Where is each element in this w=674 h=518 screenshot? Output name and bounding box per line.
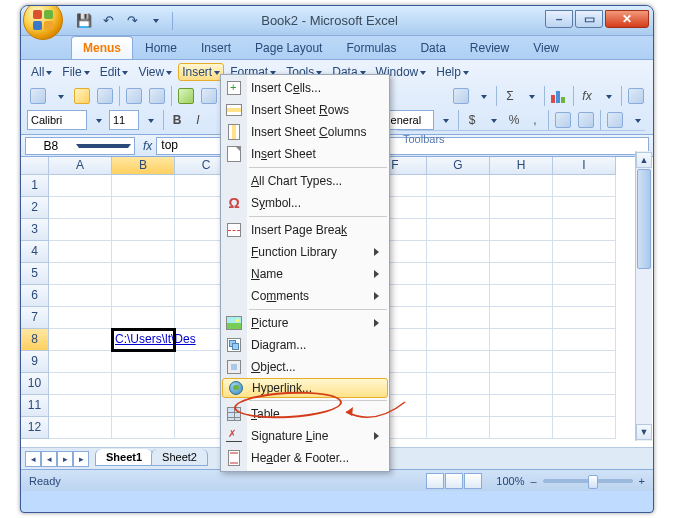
menu-insert-sheet[interactable]: Insert Sheet bbox=[221, 143, 389, 165]
research-icon[interactable] bbox=[198, 85, 220, 107]
cell[interactable] bbox=[112, 417, 175, 439]
open-icon[interactable] bbox=[71, 85, 93, 107]
cell[interactable] bbox=[112, 241, 175, 263]
sort-dropdown-icon[interactable] bbox=[473, 85, 493, 107]
row-header[interactable]: 5 bbox=[21, 263, 49, 285]
cell[interactable] bbox=[427, 241, 490, 263]
cell[interactable] bbox=[490, 219, 553, 241]
menu-all[interactable]: All bbox=[27, 63, 56, 81]
row-header[interactable]: 2 bbox=[21, 197, 49, 219]
menu-picture[interactable]: Picture bbox=[221, 312, 389, 334]
cell[interactable] bbox=[112, 219, 175, 241]
sheet-nav-prev-icon[interactable]: ◂ bbox=[41, 451, 57, 467]
menu-object[interactable]: Object... bbox=[221, 356, 389, 378]
cell[interactable] bbox=[427, 285, 490, 307]
menu-header-footer[interactable]: Header & Footer... bbox=[221, 447, 389, 469]
cell[interactable] bbox=[112, 263, 175, 285]
row-header[interactable]: 6 bbox=[21, 285, 49, 307]
cell[interactable] bbox=[490, 263, 553, 285]
cell[interactable] bbox=[49, 263, 112, 285]
row-header[interactable]: 12 bbox=[21, 417, 49, 439]
cell[interactable] bbox=[553, 219, 616, 241]
tab-review[interactable]: Review bbox=[458, 36, 521, 59]
menu-file[interactable]: File bbox=[58, 63, 93, 81]
row-header[interactable]: 11 bbox=[21, 395, 49, 417]
font-size-input[interactable] bbox=[109, 110, 139, 130]
col-header-h[interactable]: H bbox=[490, 157, 553, 175]
cell[interactable] bbox=[553, 329, 616, 351]
select-all-corner[interactable] bbox=[21, 157, 49, 175]
row-header[interactable]: 10 bbox=[21, 373, 49, 395]
cell[interactable] bbox=[49, 329, 112, 351]
scroll-down-icon[interactable]: ▼ bbox=[636, 424, 652, 440]
fx-button[interactable]: fx bbox=[139, 139, 156, 153]
size-dropdown-icon[interactable] bbox=[140, 109, 160, 131]
page-layout-view-icon[interactable] bbox=[445, 473, 463, 489]
col-header-a[interactable]: A bbox=[49, 157, 112, 175]
cell[interactable] bbox=[490, 329, 553, 351]
zoom-slider[interactable] bbox=[543, 479, 633, 483]
cell[interactable] bbox=[427, 175, 490, 197]
normal-view-icon[interactable] bbox=[426, 473, 444, 489]
row-header[interactable]: 3 bbox=[21, 219, 49, 241]
cell[interactable] bbox=[553, 351, 616, 373]
cell[interactable] bbox=[553, 175, 616, 197]
menu-help[interactable]: Help bbox=[432, 63, 473, 81]
print-icon[interactable] bbox=[123, 85, 145, 107]
cell[interactable] bbox=[427, 307, 490, 329]
cell[interactable] bbox=[553, 197, 616, 219]
cell[interactable] bbox=[553, 285, 616, 307]
cell[interactable] bbox=[427, 263, 490, 285]
chart-icon[interactable] bbox=[548, 85, 570, 107]
close-button[interactable]: ✕ bbox=[605, 10, 649, 28]
menu-edit[interactable]: Edit bbox=[96, 63, 133, 81]
new-dropdown-icon[interactable] bbox=[50, 85, 70, 107]
cell[interactable]: C:\Users\lt\Des bbox=[112, 329, 175, 351]
cell[interactable] bbox=[427, 395, 490, 417]
sheet-nav-last-icon[interactable]: ▸ bbox=[73, 451, 89, 467]
cell[interactable] bbox=[427, 219, 490, 241]
currency-button[interactable]: $ bbox=[462, 109, 482, 131]
cell[interactable] bbox=[49, 351, 112, 373]
autosum-dropdown-icon[interactable] bbox=[521, 85, 541, 107]
row-header[interactable]: 7 bbox=[21, 307, 49, 329]
tab-insert[interactable]: Insert bbox=[189, 36, 243, 59]
zoom-in-button[interactable]: + bbox=[639, 475, 645, 487]
scroll-up-icon[interactable]: ▲ bbox=[636, 152, 652, 168]
spelling-icon[interactable] bbox=[175, 85, 197, 107]
menu-name[interactable]: Name bbox=[221, 263, 389, 285]
cell[interactable] bbox=[490, 307, 553, 329]
cell[interactable] bbox=[490, 395, 553, 417]
sheet-tab-2[interactable]: Sheet2 bbox=[151, 449, 208, 466]
name-box[interactable]: B8 bbox=[25, 137, 135, 155]
bold-button[interactable]: B bbox=[167, 109, 187, 131]
cell[interactable] bbox=[112, 285, 175, 307]
cell[interactable] bbox=[553, 263, 616, 285]
col-header-i[interactable]: I bbox=[553, 157, 616, 175]
row-header[interactable]: 8 bbox=[21, 329, 49, 351]
font-dropdown-icon[interactable] bbox=[88, 109, 108, 131]
cell[interactable] bbox=[49, 241, 112, 263]
menu-insert-rows[interactable]: Insert Sheet Rows bbox=[221, 99, 389, 121]
sheet-nav-next-icon[interactable]: ▸ bbox=[57, 451, 73, 467]
cell[interactable] bbox=[112, 395, 175, 417]
cell[interactable] bbox=[49, 219, 112, 241]
cell[interactable] bbox=[490, 351, 553, 373]
maximize-button[interactable]: ▭ bbox=[575, 10, 603, 28]
cell[interactable] bbox=[427, 373, 490, 395]
row-header[interactable]: 9 bbox=[21, 351, 49, 373]
cell[interactable] bbox=[49, 307, 112, 329]
cell[interactable] bbox=[49, 285, 112, 307]
cell[interactable] bbox=[112, 373, 175, 395]
minimize-button[interactable]: – bbox=[545, 10, 573, 28]
cell[interactable] bbox=[49, 417, 112, 439]
cell[interactable] bbox=[427, 197, 490, 219]
currency-dropdown-icon[interactable] bbox=[483, 109, 503, 131]
tab-page-layout[interactable]: Page Layout bbox=[243, 36, 334, 59]
sheet-tab-1[interactable]: Sheet1 bbox=[95, 449, 153, 466]
help-icon[interactable] bbox=[625, 85, 647, 107]
menu-view[interactable]: View bbox=[134, 63, 176, 81]
col-header-b[interactable]: B bbox=[112, 157, 175, 175]
row-header[interactable]: 1 bbox=[21, 175, 49, 197]
numfmt-dropdown-icon[interactable] bbox=[435, 109, 455, 131]
